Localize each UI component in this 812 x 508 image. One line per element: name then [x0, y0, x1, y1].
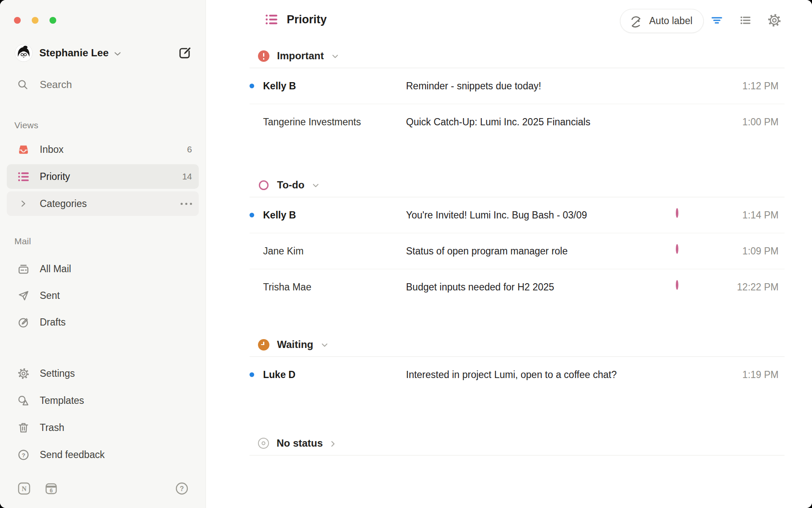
group-header-todo[interactable]: To-do [250, 173, 785, 197]
window-controls [14, 17, 56, 24]
send-icon [17, 290, 30, 302]
email-list-pane: Priority Auto label [206, 0, 812, 508]
unread-dot [250, 373, 254, 377]
group-waiting: Waiting Luke D Interested in project Lum… [250, 333, 785, 392]
svg-text:?: ? [22, 452, 25, 458]
search-button[interactable]: Search [17, 79, 72, 91]
sidebar-item-label: Sent [40, 290, 60, 301]
group-header-waiting[interactable]: Waiting [250, 333, 785, 357]
header-icons [710, 13, 782, 28]
email-sender: Jane Kim [263, 246, 304, 257]
views-section-label: Views [14, 120, 38, 130]
sidebar-item-label: Templates [40, 395, 84, 406]
sidebar-item-send-feedback[interactable]: ? Send feedback [7, 442, 199, 467]
email-row[interactable]: Trisha Mae Budget inputs needed for H2 2… [250, 269, 785, 305]
email-row[interactable]: Kelly B You're Invited! Lumi Inc. Bug Ba… [250, 197, 785, 233]
sidebar-item-label: Settings [40, 368, 75, 379]
sidebar-item-drafts[interactable]: Drafts [7, 310, 199, 334]
email-time: 1:19 PM [742, 369, 779, 381]
account-switcher[interactable]: Stephanie Lee [15, 44, 193, 62]
auto-label-icon [629, 14, 643, 28]
email-sender: Trisha Mae [263, 282, 311, 293]
group-name: To-do [277, 179, 304, 191]
email-time: 12:22 PM [737, 282, 779, 293]
sidebar-item-categories[interactable]: Categories [7, 191, 199, 216]
view-title: Priority [265, 13, 327, 26]
mail-app-window: Stephanie Lee Search Views [0, 0, 812, 508]
minimize-window-button[interactable] [32, 17, 38, 24]
chevron-down-icon[interactable] [321, 342, 328, 348]
settings-gear-icon[interactable] [767, 13, 782, 28]
email-time: 1:14 PM [742, 210, 779, 221]
email-sender: Kelly B [263, 80, 296, 92]
auto-label-button[interactable]: Auto label [620, 9, 704, 33]
email-time: 1:00 PM [742, 116, 779, 128]
group-important: Important Kelly B Reminder - snippets du… [250, 44, 785, 140]
email-row[interactable]: Jane Kim Status of open program manager … [250, 233, 785, 269]
priority-icon [265, 13, 278, 26]
email-sender: Luke D [263, 369, 296, 381]
email-row[interactable]: Luke D Interested in project Lumi, open … [250, 357, 785, 392]
todo-badge[interactable] [675, 210, 686, 221]
zoom-window-button[interactable] [49, 17, 56, 24]
todo-status-icon [259, 180, 269, 190]
mail-section-label: Mail [14, 236, 31, 246]
sidebar-item-label: Categories [40, 198, 87, 210]
sidebar: Stephanie Lee Search Views [0, 0, 206, 508]
calendar-icon[interactable]: 6 [45, 482, 58, 495]
help-icon: ? [17, 449, 30, 461]
svg-text:N: N [22, 485, 27, 492]
group-header-no-status[interactable]: No status [250, 431, 785, 456]
sidebar-item-templates[interactable]: Templates [7, 388, 199, 413]
email-row[interactable]: Tangerine Investments Quick Catch-Up: Lu… [250, 104, 785, 140]
no-status-icon [258, 438, 269, 449]
priority-icon [17, 171, 30, 183]
waiting-badge[interactable] [675, 369, 686, 381]
sidebar-item-label: All Mail [40, 263, 71, 275]
close-window-button[interactable] [14, 17, 21, 24]
group-header-important[interactable]: Important [250, 44, 785, 68]
sidebar-item-trash[interactable]: Trash [7, 415, 199, 440]
important-badge[interactable] [675, 80, 686, 92]
inbox-count: 6 [187, 144, 192, 155]
group-no-status: No status [250, 431, 785, 456]
notion-logo-icon[interactable]: N [18, 482, 30, 495]
chevron-down-icon[interactable] [312, 183, 319, 188]
todo-badge[interactable] [675, 246, 686, 257]
help-circle-icon[interactable]: ? [175, 482, 189, 495]
email-subject: Interested in project Lumi, open to a co… [406, 369, 617, 381]
more-icon[interactable] [181, 203, 192, 205]
inbox-icon [17, 144, 30, 156]
sidebar-item-sent[interactable]: Sent [7, 283, 199, 308]
todo-badge[interactable] [675, 282, 686, 293]
important-badge[interactable] [675, 116, 686, 128]
email-row[interactable]: Kelly B Reminder - snippets due today! 1… [250, 68, 785, 104]
list-view-icon[interactable] [738, 13, 753, 28]
all-mail-icon [17, 263, 30, 275]
sidebar-footer: N 6 ? [18, 482, 189, 495]
compose-button[interactable] [177, 45, 193, 61]
user-name: Stephanie Lee [39, 47, 109, 59]
group-todo: To-do Kelly B You're Invited! Lumi Inc. … [250, 173, 785, 305]
auto-label-text: Auto label [649, 15, 692, 27]
sidebar-item-settings[interactable]: Settings [7, 361, 199, 386]
unread-dot [250, 213, 254, 218]
svg-text:6: 6 [49, 487, 52, 494]
sidebar-item-label: Priority [40, 171, 70, 182]
email-subject: Budget inputs needed for H2 2025 [406, 282, 554, 293]
avatar [15, 44, 32, 61]
group-name: Important [277, 50, 324, 62]
chevron-right-icon[interactable] [17, 199, 30, 208]
templates-icon [17, 395, 30, 407]
sidebar-item-all-mail[interactable]: All Mail [7, 257, 199, 281]
priority-count: 14 [182, 171, 192, 182]
chevron-down-icon[interactable] [332, 54, 339, 59]
svg-text:?: ? [180, 485, 184, 492]
page-title: Priority [287, 13, 327, 26]
chevron-right-icon[interactable] [330, 440, 336, 447]
important-status-icon [258, 50, 269, 62]
unread-dot [250, 84, 254, 88]
filter-icon[interactable] [710, 13, 724, 28]
sidebar-item-inbox[interactable]: Inbox 6 [7, 137, 199, 162]
sidebar-item-priority[interactable]: Priority 14 [7, 164, 199, 189]
